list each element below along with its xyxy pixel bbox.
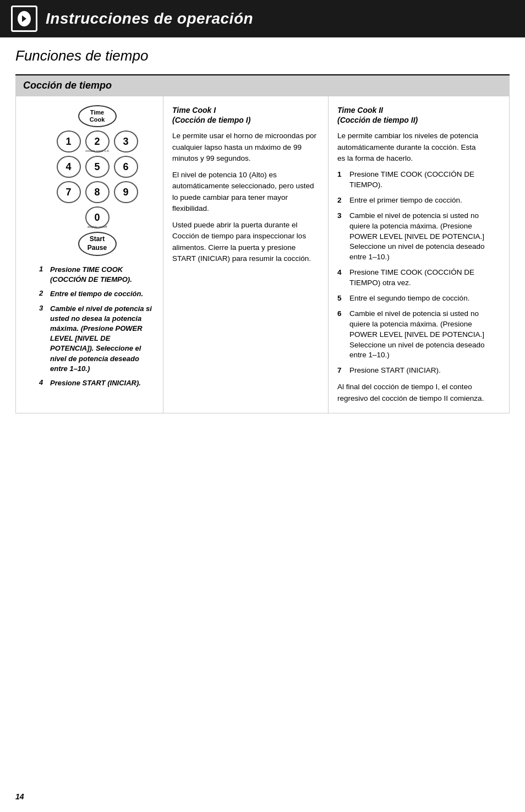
right-step-3-num: 3 (337, 211, 345, 263)
key-4[interactable]: 4 (57, 156, 81, 178)
right-step-7-num: 7 (337, 366, 345, 376)
middle-panel: Time Cook I (Cocción de tiempo I) Le per… (163, 96, 329, 413)
main-content: TimeCook 1 2 3 4 5 6 7 8 9 0 (15, 96, 510, 413)
right-step-2-num: 2 (337, 195, 345, 206)
right-step-5-text: Entre el segundo tiempo de cocción. (349, 293, 469, 304)
key-row-2: 4 5 6 (57, 156, 138, 178)
middle-para-2: El nivel de potencia 10 (Alto) es automá… (172, 170, 319, 214)
timecook-key[interactable]: TimeCook (78, 105, 117, 127)
middle-para-1: Le permite usar el horno de microondas p… (172, 130, 319, 164)
left-step-1: 1 Presione TIME COOK (COCCIÓN DE TIEMPO)… (39, 265, 155, 285)
right-col-title: Time Cook II (Cocción de tiempo II) (337, 105, 485, 125)
section-title: Cocción de tiempo (23, 80, 112, 91)
key-5[interactable]: 5 (85, 156, 110, 178)
left-steps: 1 Presione TIME COOK (COCCIÓN DE TIEMPO)… (37, 265, 157, 388)
right-step-3-text: Cambie el nivel de potencia si usted no … (349, 211, 485, 263)
key-6[interactable]: 6 (114, 156, 138, 178)
key-3[interactable]: 3 (114, 130, 138, 152)
right-step-6-num: 6 (337, 309, 345, 361)
right-step-7-text: Presione START (INICIAR). (349, 366, 441, 376)
right-step-1-text: Presione TIME COOK (COCCIÓN DE TIEMPO). (349, 170, 485, 190)
key-9[interactable]: 9 (114, 181, 138, 203)
left-step-3: 3 Cambie el nivel de potencia si usted n… (39, 304, 155, 374)
right-step-4: 4 Presione TIME COOK (COCCIÓN DE TIEMPO)… (337, 268, 485, 288)
section-box: Cocción de tiempo (15, 75, 510, 96)
page-number: 14 (15, 792, 24, 801)
middle-col-title: Time Cook I (Cocción de tiempo I) (172, 105, 319, 125)
right-steps: 1 Presione TIME COOK (COCCIÓN DE TIEMPO)… (337, 170, 485, 376)
right-step-4-text: Presione TIME COOK (COCCIÓN DE TIEMPO) o… (349, 268, 485, 288)
right-step-5-num: 5 (337, 293, 345, 304)
key-1[interactable]: 1 (57, 130, 81, 152)
left-step-4-text: Presione START (INICIAR). (50, 378, 141, 388)
key-8[interactable]: 8 (85, 181, 110, 203)
key-row-4: 0 (85, 206, 110, 228)
keypad: TimeCook 1 2 3 4 5 6 7 8 9 0 (37, 105, 157, 256)
left-step-1-text: Presione TIME COOK (COCCIÓN DE TIEMPO). (50, 265, 155, 285)
middle-col-body: Le permite usar el horno de microondas p… (172, 130, 319, 264)
right-step-1: 1 Presione TIME COOK (COCCIÓN DE TIEMPO)… (337, 170, 485, 190)
right-step-6-text: Cambie el nivel de potencia si usted no … (349, 309, 485, 361)
key-row-3: 7 8 9 (57, 181, 138, 203)
left-step-3-text: Cambie el nivel de potencia si usted no … (50, 304, 155, 374)
left-step-1-num: 1 (39, 265, 47, 285)
left-step-4-num: 4 (39, 378, 47, 388)
page-subtitle: Funciones de tiempo (0, 37, 525, 70)
left-step-4: 4 Presione START (INICIAR). (39, 378, 155, 388)
left-step-3-num: 3 (39, 304, 47, 374)
right-step-2-text: Entre el primer tiempo de cocción. (349, 195, 462, 206)
middle-para-3: Usted puede abrir la puerta durante el C… (172, 220, 319, 264)
right-note: Al final del cocción de tiempo I, el con… (337, 382, 485, 404)
key-7[interactable]: 7 (57, 181, 81, 203)
right-step-5: 5 Entre el segundo tiempo de cocción. (337, 293, 485, 304)
left-panel: TimeCook 1 2 3 4 5 6 7 8 9 0 (31, 96, 163, 413)
right-step-4-num: 4 (337, 268, 345, 288)
key-2[interactable]: 2 (85, 130, 110, 152)
start-pause-key[interactable]: StartPause (78, 232, 117, 256)
right-step-7: 7 Presione START (INICIAR). (337, 366, 485, 376)
right-panel: Time Cook II (Cocción de tiempo II) Le p… (329, 96, 494, 413)
header: Instrucciones de operación (0, 0, 525, 37)
key-row-1: 1 2 3 (57, 130, 138, 152)
right-step-6: 6 Cambie el nivel de potencia si usted n… (337, 309, 485, 361)
right-step-2: 2 Entre el primer tiempo de cocción. (337, 195, 485, 206)
left-step-2-num: 2 (39, 289, 47, 299)
key-0[interactable]: 0 (85, 206, 110, 228)
right-step-1-num: 1 (337, 170, 345, 190)
header-title: Instrucciones de operación (46, 10, 253, 28)
right-col-intro: Le permite cambiar los niveles de potenc… (337, 130, 485, 164)
header-icon (11, 6, 37, 32)
left-step-2-text: Entre el tiempo de cocción. (50, 289, 143, 299)
left-step-2: 2 Entre el tiempo de cocción. (39, 289, 155, 299)
right-step-3: 3 Cambie el nivel de potencia si usted n… (337, 211, 485, 263)
